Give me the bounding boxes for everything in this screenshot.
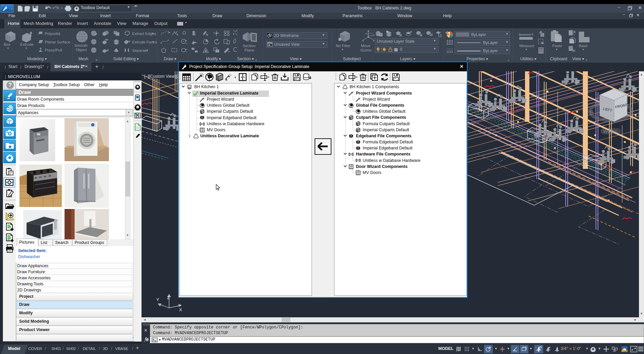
svg-text:X: X: [179, 307, 182, 312]
svg-text:E: E: [632, 98, 635, 103]
svg-text:Z: Z: [167, 295, 170, 300]
svg-text:Y: Y: [156, 297, 159, 302]
